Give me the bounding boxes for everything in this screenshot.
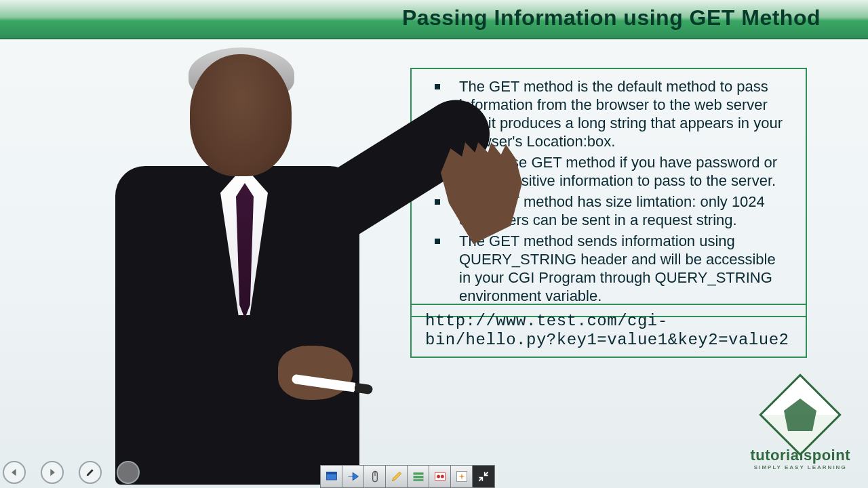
code-line: bin/hello.py?key1=value1&key2=value2 — [425, 331, 792, 350]
presenter-figure — [75, 47, 454, 488]
window-tool-button[interactable] — [321, 466, 342, 487]
bullet-item: Never use GET method if you have passwor… — [428, 152, 789, 191]
slide-nav — [3, 461, 140, 484]
collapse-icon — [477, 470, 490, 483]
film-icon — [433, 470, 447, 483]
svg-rect-6 — [413, 476, 423, 478]
media-tool-button[interactable] — [429, 466, 451, 487]
circle-icon — [123, 467, 134, 478]
slides-icon — [412, 470, 425, 483]
bullet-box: The GET method is the default method to … — [410, 68, 807, 317]
slide-stage: Passing Information using GET Method The… — [0, 0, 868, 488]
next-slide-button[interactable] — [41, 461, 64, 484]
bullet-item: The GET method is the default method to … — [428, 76, 789, 152]
svg-point-10 — [440, 475, 443, 479]
tutorialspoint-logo: tutorialspoint SIMPLY EASY LEARNING — [750, 386, 850, 470]
arrow-right-icon — [347, 470, 360, 483]
svg-rect-2 — [326, 472, 336, 474]
highlighter-tool-button[interactable] — [386, 466, 408, 487]
triangle-left-icon — [9, 467, 20, 478]
logo-tagline: SIMPLY EASY LEARNING — [750, 464, 850, 470]
code-example-box: http://www.test.com/cgi- bin/hello.py?ke… — [410, 304, 807, 358]
prev-slide-button[interactable] — [3, 461, 26, 484]
settings-tool-button[interactable] — [451, 466, 473, 487]
svg-rect-5 — [413, 472, 423, 474]
window-icon — [325, 470, 338, 483]
slide-title: Passing Information using GET Method — [402, 5, 821, 30]
exit-fullscreen-button[interactable] — [473, 466, 494, 487]
logo-diamond-icon — [759, 373, 842, 456]
svg-rect-7 — [413, 479, 423, 481]
pen-icon — [85, 467, 96, 478]
title-bar: Passing Information using GET Method — [0, 0, 868, 39]
sparkle-icon — [455, 470, 469, 483]
pen-tool-button[interactable] — [79, 461, 102, 484]
svg-point-0 — [126, 470, 131, 475]
presentation-toolbar — [320, 465, 495, 488]
next-arrow-button[interactable] — [342, 466, 364, 487]
more-tools-button[interactable] — [117, 461, 140, 484]
cursor-tool-button[interactable] — [364, 466, 386, 487]
svg-point-9 — [437, 475, 440, 479]
highlighter-icon — [390, 470, 403, 483]
code-line: http://www.test.com/cgi- — [425, 312, 792, 331]
mouse-icon — [368, 470, 382, 483]
bullet-item: The GET method sends information using Q… — [428, 230, 789, 306]
triangle-right-icon — [47, 467, 58, 478]
bullet-item: The GET method has size limtation: only … — [428, 191, 789, 230]
slides-panel-button[interactable] — [408, 466, 429, 487]
